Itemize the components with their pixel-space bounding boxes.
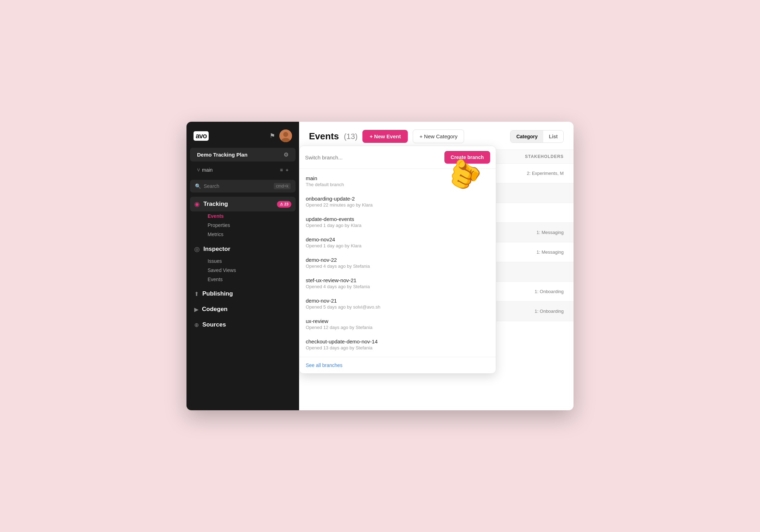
sources-icon: ⊕ (194, 322, 199, 328)
branch-item-main[interactable]: main The default branch (299, 171, 496, 191)
branch-item-8[interactable]: checkout-update-demo-nov-14 Opened 13 da… (299, 334, 496, 355)
sidebar: avo ⚑ Demo Tracking Plan ⚙ ⑂ (186, 122, 299, 410)
branch-sub-4: Opened 4 days ago by Stefania (306, 264, 489, 269)
inspector-icon: ◎ (194, 245, 200, 253)
branch-icon: ⑂ (197, 167, 200, 173)
branch-label: ⑂ main (197, 167, 213, 173)
nav-item-sources[interactable]: ⊕ Sources (190, 318, 296, 332)
logo: avo (194, 131, 209, 141)
row-stakeholder: 1: Onboarding (500, 289, 564, 294)
gear-icon[interactable]: ⚙ (284, 151, 289, 158)
branch-name-5: stef-ux-review-nov-21 (306, 277, 489, 283)
branch-sub-5: Opened 4 days ago by Stefania (306, 284, 489, 289)
branch-sub-3: Opened 1 day ago by Klara (306, 243, 489, 248)
branch-name-6: demo-nov-21 (306, 298, 489, 304)
codegen-label: Codegen (202, 306, 228, 313)
branch-name-1: onboarding-update-2 (306, 196, 489, 202)
search-icon: 🔍 (195, 183, 201, 189)
branch-name-7: ux-review (306, 318, 489, 324)
row-stakeholder: 2: Experiments, M (500, 171, 564, 176)
inspector-subitems: Issues Saved Views Events (190, 256, 296, 284)
avatar[interactable] (279, 129, 292, 142)
badge-icon: ⚠ (280, 202, 283, 207)
new-event-button[interactable]: + New Event (362, 130, 408, 143)
dropdown-see-all: See all branches (299, 357, 496, 373)
search-left: 🔍 Search (195, 183, 219, 189)
badge-count: 23 (284, 202, 289, 206)
workspace-row[interactable]: Demo Tracking Plan ⚙ (190, 148, 296, 162)
view-toggle: Category List (510, 130, 564, 143)
branch-name-2: update-demo-events (306, 216, 489, 222)
publishing-label: Publishing (202, 290, 233, 297)
branch-add-icon[interactable]: + (286, 167, 289, 173)
dropdown-search-row: Create branch (299, 146, 496, 169)
search-row[interactable]: 🔍 Search cmd+k (190, 180, 296, 192)
branch-item-5[interactable]: stef-ux-review-nov-21 Opened 4 days ago … (299, 273, 496, 293)
new-category-button[interactable]: + New Category (413, 129, 464, 143)
list-view-button[interactable]: List (543, 131, 563, 142)
branch-name-3: demo-nov24 (306, 236, 489, 242)
events-title: Events (309, 131, 339, 142)
branch-actions: ≡ + (280, 167, 289, 173)
branch-name: main (202, 167, 213, 173)
sidebar-item-issues[interactable]: Issues (203, 256, 296, 266)
category-view-button[interactable]: Category (511, 131, 543, 142)
search-label: Search (204, 183, 219, 189)
branch-row[interactable]: ⑂ main ≡ + (190, 164, 296, 176)
nav-item-codegen[interactable]: ▶ Codegen (190, 302, 296, 316)
main-content: Events (13) + New Event + New Category C… (299, 122, 574, 410)
branch-sub-7: Opened 12 days ago by Stefania (306, 325, 489, 330)
row-stakeholder: 1: Messaging (500, 249, 564, 255)
tracking-badge: ⚠ 23 (277, 201, 291, 208)
branch-name-4: demo-nov-22 (306, 257, 489, 263)
branch-sub-1: Opened 22 minutes ago by Klara (306, 202, 489, 208)
logo-text: avo (196, 132, 207, 140)
workspace-name: Demo Tracking Plan (197, 152, 247, 158)
sidebar-item-saved-views[interactable]: Saved Views (203, 266, 296, 275)
branch-item-2[interactable]: update-demo-events Opened 1 day ago by K… (299, 212, 496, 232)
see-all-branches-link[interactable]: See all branches (306, 362, 342, 368)
branch-item-6[interactable]: demo-nov-21 Opened 5 days ago by solvi@a… (299, 293, 496, 314)
branch-name-main: main (306, 175, 489, 181)
app-window: avo ⚑ Demo Tracking Plan ⚙ ⑂ (186, 122, 574, 410)
nav-item-tracking[interactable]: ◉ Tracking ⚠ 23 (190, 197, 296, 211)
branch-sub-8: Opened 13 days ago by Stefania (306, 345, 489, 350)
branch-item-4[interactable]: demo-nov-22 Opened 4 days ago by Stefani… (299, 253, 496, 273)
branch-item-1[interactable]: onboarding-update-2 Opened 22 minutes ag… (299, 191, 496, 212)
branch-sub-main: The default branch (306, 182, 489, 187)
search-shortcut: cmd+k (274, 183, 291, 189)
branch-dropdown[interactable]: Create branch main The default branch on… (299, 146, 496, 374)
branch-sub-6: Opened 5 days ago by solvi@avo.sh (306, 304, 489, 310)
sources-label: Sources (202, 321, 226, 328)
row-stakeholder: 1: Messaging (500, 230, 564, 235)
col-stakeholders-header: STAKEHOLDERS (500, 154, 564, 159)
publishing-icon: ⬆ (194, 291, 199, 297)
sidebar-header-icons: ⚑ (270, 129, 292, 142)
events-count: (13) (344, 132, 357, 141)
create-branch-button[interactable]: Create branch (444, 151, 490, 164)
branch-search-input[interactable] (305, 154, 440, 160)
codegen-icon: ▶ (194, 306, 198, 313)
dropdown-list: main The default branch onboarding-updat… (299, 169, 496, 357)
row-stakeholder: 1: Onboarding (500, 309, 564, 314)
sidebar-header: avo ⚑ (186, 122, 299, 148)
flag-icon[interactable]: ⚑ (270, 132, 275, 140)
sidebar-item-events[interactable]: Events (203, 211, 296, 221)
svg-point-1 (283, 132, 288, 137)
nav-section: ◉ Tracking ⚠ 23 Events Properties Metric… (186, 197, 299, 332)
branch-item-7[interactable]: ux-review Opened 12 days ago by Stefania (299, 314, 496, 334)
branch-sub-2: Opened 1 day ago by Klara (306, 223, 489, 228)
sidebar-item-metrics[interactable]: Metrics (203, 230, 296, 239)
branch-name-8: checkout-update-demo-nov-14 (306, 338, 489, 344)
sidebar-item-inspector-events[interactable]: Events (203, 275, 296, 284)
tracking-subitems: Events Properties Metrics (190, 211, 296, 239)
tracking-icon: ◉ (194, 200, 200, 208)
nav-item-publishing[interactable]: ⬆ Publishing (190, 287, 296, 301)
sidebar-item-properties[interactable]: Properties (203, 221, 296, 230)
tracking-label: Tracking (203, 201, 228, 208)
nav-item-inspector[interactable]: ◎ Inspector (190, 242, 296, 256)
branch-menu-icon[interactable]: ≡ (280, 167, 283, 173)
logo-box: avo (194, 131, 209, 141)
branch-item-3[interactable]: demo-nov24 Opened 1 day ago by Klara (299, 232, 496, 253)
inspector-label: Inspector (203, 246, 230, 253)
